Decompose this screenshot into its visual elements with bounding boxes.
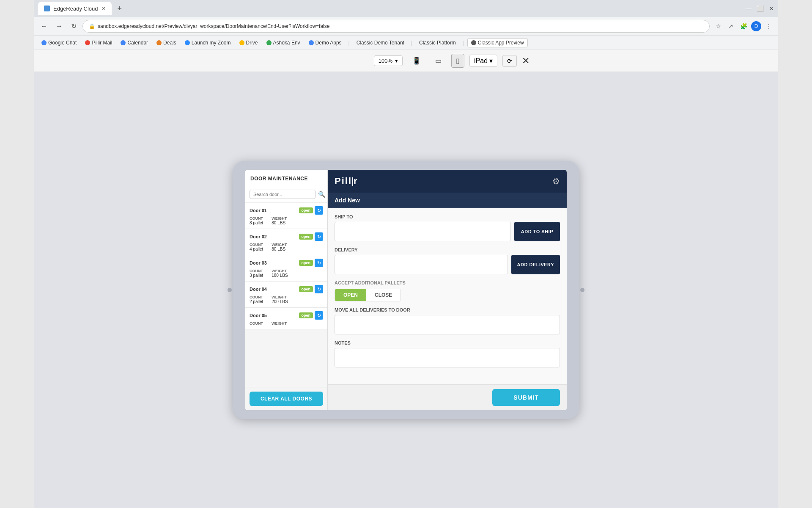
door-01-refresh-btn[interactable]: ↻ <box>315 206 323 215</box>
ipad-chevron-icon: ▾ <box>489 57 493 65</box>
door-02-status: open <box>299 234 313 240</box>
bookmark-classic-app-preview[interactable]: Classic App Preview <box>467 38 528 47</box>
door-03-weight-value: 180 LBS <box>272 273 288 278</box>
door-02-weight-value: 80 LBS <box>272 247 287 251</box>
ship-to-input[interactable] <box>335 222 511 241</box>
close-icon[interactable]: ✕ <box>769 5 774 12</box>
delivery-section: DELIVERY ADD DELIVERY <box>335 247 560 274</box>
search-input[interactable] <box>250 190 315 199</box>
door-04-status: open <box>299 286 313 292</box>
bookmark-icon <box>185 40 190 45</box>
door-04-count-value: 2 pallet <box>250 299 263 304</box>
tab-title: EdgeReady Cloud <box>53 6 98 12</box>
door-item-01[interactable]: Door 01 open ↻ COUNT 8 pallet <box>245 203 327 229</box>
forward-button[interactable]: → <box>53 21 65 32</box>
device-toolbar: 100% ▾ 📱 ▭ ▯ iPad ▾ ⟳ ✕ <box>34 50 778 72</box>
bookmark-pillir-mail[interactable]: Pillir Mail <box>82 39 115 47</box>
submit-button[interactable]: SUBMIT <box>492 389 560 406</box>
bookmark-icon <box>121 40 126 45</box>
clear-all-doors-button[interactable]: CLEAR ALL DOORS <box>250 392 323 406</box>
address-bar[interactable]: 🔒 sandbox.edgereadycloud.net/Preview/div… <box>82 20 710 33</box>
door-04-controls: open ↻ <box>299 285 324 293</box>
ship-to-section: SHIP TO ADD TO SHIP <box>335 214 560 241</box>
tablet-portrait-btn[interactable]: ▯ <box>451 54 464 68</box>
door-03-refresh-btn[interactable]: ↻ <box>315 259 323 267</box>
add-delivery-button[interactable]: ADD DELIVERY <box>511 255 560 274</box>
tablet-right-dot <box>580 288 584 292</box>
door-01-weight-label: WEIGHT <box>272 216 287 221</box>
door-item-02[interactable]: Door 02 open ↻ COUNT 4 pallet <box>245 229 327 255</box>
door-list: Door 01 open ↻ COUNT 8 pallet <box>245 203 327 387</box>
door-05-weight-label: WEIGHT <box>272 321 287 326</box>
door-05-label: Door 05 <box>250 313 267 318</box>
share-icon[interactable]: ↗ <box>726 21 736 31</box>
door-item-04[interactable]: Door 04 open ↻ COUNT 2 pallet <box>245 282 327 308</box>
move-deliveries-input[interactable] <box>335 315 560 334</box>
bookmark-drive[interactable]: Drive <box>236 39 261 47</box>
door-05-stats: COUNT WEIGHT <box>250 321 323 326</box>
tab-close-btn[interactable]: ✕ <box>102 6 106 11</box>
rotate-button[interactable]: ⟳ <box>502 55 517 67</box>
tablet-container: DOOR MAINTENANCE 🔍 Door <box>34 72 778 508</box>
settings-icon[interactable]: ⚙ <box>552 176 560 186</box>
door-03-status: open <box>299 260 313 266</box>
bookmark-deals[interactable]: Deals <box>153 39 180 47</box>
bookmark-demo-apps[interactable]: Demo Apps <box>305 39 345 47</box>
browser-tab[interactable]: EdgeReady Cloud ✕ <box>38 2 112 15</box>
bookmark-icon <box>309 40 314 45</box>
sidebar-title: DOOR MAINTENANCE <box>250 176 308 182</box>
bookmark-icon <box>85 40 90 45</box>
add-to-ship-button[interactable]: ADD TO SHIP <box>514 222 560 241</box>
restore-icon[interactable]: ⬜ <box>757 5 764 12</box>
app-logo: Pillr <box>335 176 358 187</box>
window-controls: — ⬜ ✕ <box>746 5 774 12</box>
minimize-icon[interactable]: — <box>746 5 752 12</box>
clear-all-container: CLEAR ALL DOORS <box>245 387 327 410</box>
menu-icon[interactable]: ⋮ <box>764 21 774 31</box>
tablet-left-dot <box>228 288 232 292</box>
door-04-refresh-btn[interactable]: ↻ <box>315 285 323 293</box>
search-button[interactable]: 🔍 <box>318 191 325 198</box>
extensions-icon[interactable]: 🧩 <box>738 21 749 31</box>
bookmark-zoom[interactable]: Launch my Zoom <box>181 39 234 47</box>
door-05-refresh-btn[interactable]: ↻ <box>315 311 323 320</box>
door-03-label: Door 03 <box>250 260 267 265</box>
close-preview-button[interactable]: ✕ <box>522 55 529 66</box>
add-new-label: Add New <box>335 197 360 204</box>
door-05-count-label: COUNT <box>250 321 263 326</box>
ipad-device-selector[interactable]: iPad ▾ <box>469 55 497 67</box>
add-new-bar[interactable]: Add New <box>328 193 567 208</box>
classic-app-preview-label: Classic App Preview <box>478 40 524 46</box>
delivery-input[interactable] <box>335 255 508 274</box>
bookmark-ashoka[interactable]: Ashoka Env <box>263 39 304 47</box>
new-tab-button[interactable]: + <box>115 3 125 14</box>
bookmark-classic-demo[interactable]: Classic Demo Tenant <box>353 39 408 47</box>
door-02-refresh-btn[interactable]: ↻ <box>315 232 323 241</box>
notes-input[interactable] <box>335 348 560 367</box>
back-button[interactable]: ← <box>38 21 50 32</box>
tablet-landscape-btn[interactable]: ▭ <box>431 54 446 68</box>
door-01-stats: COUNT 8 pallet WEIGHT 80 LBS <box>250 216 323 225</box>
search-container: 🔍 <box>245 186 327 203</box>
profile-icon[interactable]: D <box>751 21 761 31</box>
bookmark-calendar[interactable]: Calendar <box>117 39 151 47</box>
ship-to-label: SHIP TO <box>335 214 560 219</box>
close-toggle-button[interactable]: CLOSE <box>366 289 401 301</box>
door-04-count-label: COUNT <box>250 295 263 299</box>
bookmark-google-chat[interactable]: Google Chat <box>38 39 80 47</box>
open-toggle-button[interactable]: OPEN <box>335 289 366 301</box>
door-01-label: Door 01 <box>250 208 267 213</box>
reload-button[interactable]: ↻ <box>69 20 79 32</box>
bookmark-icon <box>266 40 272 45</box>
mobile-device-btn[interactable]: 📱 <box>408 54 425 68</box>
door-02-label: Door 02 <box>250 234 267 239</box>
bookmark-icon <box>471 40 476 45</box>
door-item-03[interactable]: Door 03 open ↻ COUNT 3 pallet <box>245 255 327 282</box>
toolbar-icons: ☆ ↗ 🧩 D ⋮ <box>713 21 774 31</box>
bookmark-star-icon[interactable]: ☆ <box>713 21 723 31</box>
zoom-selector[interactable]: 100% ▾ <box>374 55 403 66</box>
bookmark-classic-platform[interactable]: Classic Platform <box>416 39 459 47</box>
door-02-controls: open ↻ <box>299 232 324 241</box>
door-01-status: open <box>299 207 313 213</box>
door-item-05[interactable]: Door 05 open ↻ COUNT <box>245 308 327 329</box>
